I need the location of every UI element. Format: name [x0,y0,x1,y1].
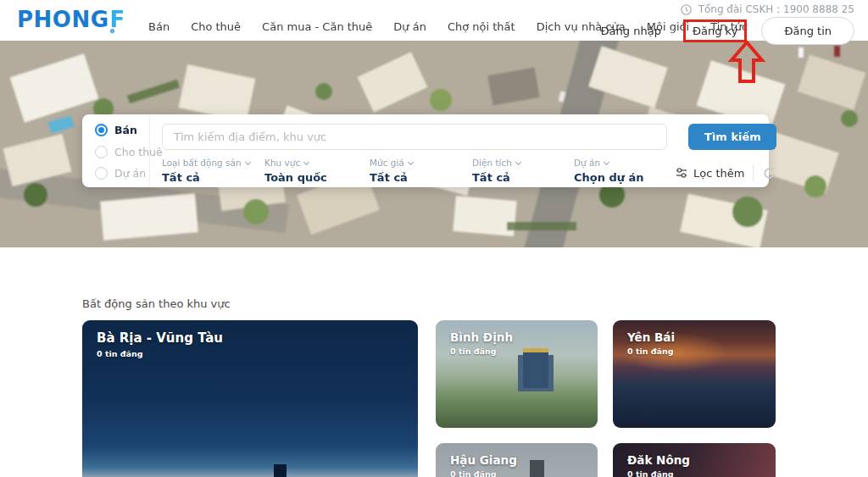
register-link[interactable]: Đăng ký [683,19,747,42]
search-panel: Bán Cho thuê Dự án Tìm kiếm [82,114,769,187]
region-card-title: Bà Rịa - Vũng Tàu [97,330,223,346]
chevron-down-icon [604,158,609,164]
brand-accent-letter: F [110,7,125,32]
chevron-down-icon [245,158,251,164]
login-link[interactable]: Đăng nhập [601,25,661,37]
vertical-divider [753,164,754,181]
tab-cho-thue[interactable]: Cho thuê [95,146,149,158]
brand-logo[interactable]: PHONGF [17,7,125,32]
region-card-binh-dinh[interactable]: Bình Định 0 tin đăng [436,320,598,428]
logo-ring-icon [110,29,114,33]
region-card-count: 0 tin đăng [450,347,497,356]
region-card-hau-giang[interactable]: Hậu Giang 0 tin đăng [436,443,598,477]
region-card-title: Yên Bái [627,330,675,344]
radio-icon [95,146,108,158]
reset-filters-button[interactable] [762,166,776,180]
chevron-down-icon [515,158,521,164]
region-card-count: 0 tin đăng [627,469,674,477]
filter-project[interactable]: Dự án Chọn dự án [574,158,676,184]
nav-item-cho-noi-that[interactable]: Chợ nội thất [448,20,515,33]
region-card-count: 0 tin đăng [450,469,497,477]
region-card-title: Đăk Nông [627,453,690,467]
filter-region[interactable]: Khu vực Toàn quốc [264,158,370,184]
filter-property-type[interactable]: Loại bất động sản Tất cả [162,158,264,184]
nav-item-can-mua-can-thue[interactable]: Căn mua - Căn thuê [262,20,372,33]
auth-divider: | [670,25,674,36]
nav-item-ban[interactable]: Bán [148,20,170,33]
tab-ban[interactable]: Bán [95,124,149,136]
filter-price[interactable]: Mức giá Tất cả [370,158,472,184]
hotline-text: Tổng đài CSKH : 1900 8888 25 [698,3,854,15]
listing-type-tabs: Bán Cho thuê Dự án [82,114,150,187]
nav-item-cho-thue[interactable]: Cho thuê [191,20,241,33]
header-right: Tổng đài CSKH : 1900 8888 25 Đăng nhập |… [601,3,854,43]
region-card-title: Hậu Giang [450,453,517,467]
homepage: PHONGF Bán Cho thuê Căn mua - Căn thuê D… [0,0,868,477]
region-card-count: 0 tin đăng [97,349,143,358]
chevron-down-icon [303,158,309,164]
headset-icon [680,3,693,16]
region-card-title: Bình Định [450,330,513,344]
brand-name: PHONG [17,7,109,32]
region-card-ba-ria-vung-tau[interactable]: Bà Rịa - Vũng Tàu 0 tin đăng [82,320,418,477]
annotation-arrow-icon [727,40,766,84]
post-listing-button[interactable]: Đăng tin [761,17,854,45]
chevron-down-icon [408,158,414,164]
regions-section-title: Bất động sản theo khu vực [82,297,231,310]
search-main: Tìm kiếm Loại bất động sản Tất cả Khu vự… [150,114,787,187]
radio-icon [95,167,108,180]
region-card-count: 0 tin đăng [627,347,674,356]
city-skyline [82,464,418,477]
sliders-icon [676,168,687,178]
region-card-yen-bai[interactable]: Yên Bái 0 tin đăng [613,320,776,428]
filter-area-size[interactable]: Diện tích Tất cả [472,158,574,184]
refresh-icon [762,166,776,180]
top-header: PHONGF Bán Cho thuê Căn mua - Căn thuê D… [0,0,868,41]
nav-item-du-an[interactable]: Dự án [393,20,426,33]
radio-icon [95,124,108,136]
hotline: Tổng đài CSKH : 1900 8888 25 [680,3,854,16]
tab-du-an[interactable]: Dự án [95,167,149,180]
region-card-dak-nong[interactable]: Đăk Nông 0 tin đăng [613,443,776,477]
more-filters-button[interactable]: Lọc thêm [676,167,744,180]
search-button[interactable]: Tìm kiếm [688,124,776,150]
search-input[interactable] [162,124,667,150]
